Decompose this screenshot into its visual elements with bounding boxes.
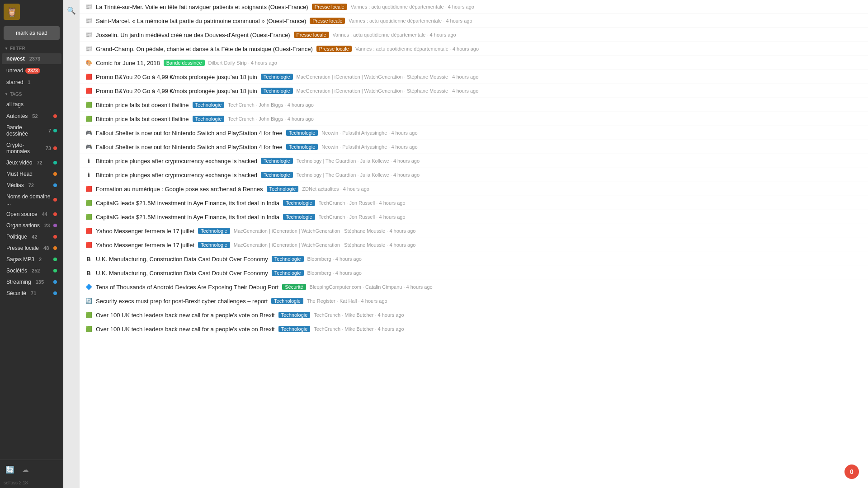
feed-item-tag: Technologie [286, 144, 318, 150]
feed-item-tag: Technologie [271, 298, 303, 304]
feed-item[interactable]: 🟥 Yahoo Messenger fermera le 17 juillet … [80, 224, 868, 238]
feed-item-meta: MacGeneration | iGeneration | WatchGener… [297, 88, 863, 94]
feed-item-tag: Presse locale [310, 18, 345, 24]
sidebar: 🦉 mark as read ▼ FILTER newest 2373 unre… [0, 0, 63, 488]
feed-item-title: U.K. Manufacturing, Construction Data Ca… [96, 270, 268, 277]
sidebar-item-tag[interactable]: Streaming 135 [2, 277, 61, 287]
feed-item-title: Yahoo Messenger fermera le 17 juillet [96, 242, 194, 249]
search-button[interactable]: 🔍 [64, 4, 79, 18]
feed-item-title: Tens of Thousands of Android Devices Are… [96, 284, 278, 291]
feed-item-meta: Neowin · Pulasthi Ariyasinghe · 4 hours … [321, 130, 863, 136]
sidebar-item-tag[interactable]: Organisations 23 [2, 220, 61, 231]
feed-item-meta: MacGeneration | iGeneration | WatchGener… [234, 242, 863, 248]
sidebar-item-tag[interactable]: Bande dessinée 7 [2, 122, 61, 139]
sidebar-item-tag[interactable]: Noms de domaine ... [2, 191, 61, 208]
sidebar-item-all-tags[interactable]: all tags [2, 99, 61, 110]
sidebar-item-tag[interactable]: Sociétés 252 [2, 265, 61, 276]
feed-item-meta: TechCrunch · Jon Russell · 4 hours ago [319, 214, 863, 220]
feed-item[interactable]: 🔄 Security execs must prep for post-Brex… [80, 294, 868, 308]
feed-item-title: Bitcoin price plunges after cryptocurren… [96, 158, 257, 164]
feed-favicon: 🎮 [85, 129, 92, 136]
feed-favicon: 🔷 [85, 283, 92, 291]
feed-item-title: Formation au numérique : Google pose ses… [96, 186, 263, 192]
feed-item[interactable]: 🟥 Yahoo Messenger fermera le 17 juillet … [80, 238, 868, 252]
feed-item[interactable]: 📰 Saint-Marcel. « La mémoire fait partie… [80, 14, 868, 28]
feed-item[interactable]: 🟥 Formation au numérique : Google pose s… [80, 182, 868, 196]
feed-item-meta: Vannes : actu quotidienne départementale… [349, 18, 863, 23]
feed-item-tag: Technologie [198, 242, 230, 248]
filter-triangle-icon: ▼ [5, 47, 8, 51]
user-avatar[interactable]: 0 [844, 465, 859, 479]
feed-item[interactable]: 🎮 Fallout Shelter is now out for Nintend… [80, 126, 868, 140]
feed-item-tag: Presse locale [316, 46, 352, 52]
feed-favicon: 🟩 [85, 115, 92, 122]
sidebar-item-starred[interactable]: starred 1 [2, 77, 61, 88]
feed-item-title: CapitalG leads $21.5M investment in Aye … [96, 200, 279, 206]
sidebar-item-tag[interactable]: Politique 42 [2, 231, 61, 242]
feed-item[interactable]: 🟩 Bitcoin price falls but doesn't flatli… [80, 98, 868, 112]
tags-triangle-icon: ▼ [5, 92, 8, 96]
feed-favicon: ℹ [85, 171, 92, 178]
feed-item-tag: Technologie [261, 172, 293, 178]
sidebar-item-tag[interactable]: Jeux vidéo 72 [2, 157, 61, 168]
feed-item-title: Security execs must prep for post-Brexit… [96, 298, 268, 305]
feed-favicon: 🟥 [85, 241, 92, 249]
feed-item-title: Comic for June 11, 2018 [96, 60, 160, 66]
feed-item[interactable]: ℹ Bitcoin price plunges after cryptocurr… [80, 168, 868, 182]
feed-item-meta: TechCrunch · Jon Russell · 4 hours ago [319, 200, 863, 206]
refresh-button[interactable]: 🔄 [4, 464, 16, 476]
feed-item[interactable]: 📰 La Trinité-sur-Mer. Voile en tête fait… [80, 0, 868, 14]
feed-item[interactable]: ℹ Bitcoin price plunges after cryptocurr… [80, 154, 868, 168]
feed-item-tag: Presse locale [312, 4, 347, 10]
feed-favicon: 🔄 [85, 297, 92, 305]
feed-item[interactable]: 🟥 Promo B&You 20 Go à 4,99 €/mois prolon… [80, 70, 868, 84]
tags-list: Autorités 52 Bande dessinée 7 Crypto-mon… [0, 110, 63, 299]
feed-item-title: CapitalG leads $21.5M investment in Aye … [96, 214, 279, 221]
sidebar-item-tag[interactable]: Sécurité 71 [2, 288, 61, 299]
mark-as-read-button[interactable]: mark as read [4, 26, 60, 40]
feed-favicon: 🎨 [85, 59, 92, 66]
feed-item[interactable]: 🟥 Promo B&You 20 Go à 4,99 €/mois prolon… [80, 84, 868, 98]
feed-item-meta: TechCrunch · Mike Butcher · 4 hours ago [314, 312, 863, 318]
sidebar-item-tag[interactable]: Crypto-monnaies 73 [2, 140, 61, 157]
feed-item[interactable]: 🎨 Comic for June 11, 2018 Bande dessinée… [80, 56, 868, 70]
feed-item-title: Promo B&You 20 Go à 4,99 €/mois prolongé… [96, 88, 257, 94]
sidebar-item-tag[interactable]: Sagas MP3 2 [2, 254, 61, 265]
feed-favicon: 🟩 [85, 101, 92, 108]
feed-item-tag: Technologie [193, 102, 225, 108]
sidebar-item-tag[interactable]: Must Read [2, 169, 61, 179]
sidebar-item-tag[interactable]: Presse locale 48 [2, 243, 61, 253]
feed-item[interactable]: 🎮 Fallout Shelter is now out for Nintend… [80, 140, 868, 154]
feed-item[interactable]: B U.K. Manufacturing, Construction Data … [80, 252, 868, 266]
feed-favicon: 🟩 [85, 213, 92, 221]
feed-item[interactable]: B U.K. Manufacturing, Construction Data … [80, 266, 868, 280]
sidebar-item-newest[interactable]: newest 2373 [2, 53, 61, 64]
feed-item-title: Fallout Shelter is now out for Nintendo … [96, 144, 283, 150]
sidebar-item-tag[interactable]: Médias 72 [2, 180, 61, 191]
feed-favicon: 📰 [85, 17, 92, 24]
feed-item-tag: Technologie [283, 214, 315, 220]
feed-item-meta: The Register · Kat Hall · 4 hours ago [307, 298, 863, 304]
feed-item[interactable]: 🟩 CapitalG leads $21.5M investment in Ay… [80, 210, 868, 224]
settings-button[interactable]: ☁ [20, 464, 31, 476]
feed-favicon: 🟥 [85, 227, 92, 235]
feed-item[interactable]: 🟩 Over 100 UK tech leaders back new call… [80, 308, 868, 322]
feed-item-title: La Trinité-sur-Mer. Voile en tête fait n… [96, 4, 308, 10]
feed-item[interactable]: 🟩 Bitcoin price falls but doesn't flatli… [80, 112, 868, 126]
feed-item[interactable]: 📰 Grand-Champ. On pédale, chante et dans… [80, 42, 868, 56]
feed-favicon: 🟩 [85, 325, 92, 333]
feed-item-tag: Technologie [272, 270, 304, 276]
sidebar-item-tag[interactable]: Autorités 52 [2, 111, 61, 122]
feed-item[interactable]: 📰 Josselin. Un jardin médiéval créé rue … [80, 28, 868, 42]
sidebar-item-unread[interactable]: unread 2373 [2, 65, 61, 76]
feed-favicon: B [85, 255, 92, 263]
feed-item-title: U.K. Manufacturing, Construction Data Ca… [96, 256, 268, 263]
feed-item-meta: BleepingComputer.com · Catalin Cimpanu ·… [310, 284, 863, 290]
feed-item[interactable]: 🟩 CapitalG leads $21.5M investment in Ay… [80, 196, 868, 210]
sidebar-item-tag[interactable]: Open source 44 [2, 209, 61, 220]
tags-section-header: ▼ TAGS [0, 88, 63, 99]
feed-item-title: Saint-Marcel. « La mémoire fait partie d… [96, 18, 306, 24]
feed-item[interactable]: 🔷 Tens of Thousands of Android Devices A… [80, 280, 868, 294]
feed-item[interactable]: 🟩 Over 100 UK tech leaders back new call… [80, 322, 868, 336]
feed-item-tag: Technologie [261, 74, 293, 80]
